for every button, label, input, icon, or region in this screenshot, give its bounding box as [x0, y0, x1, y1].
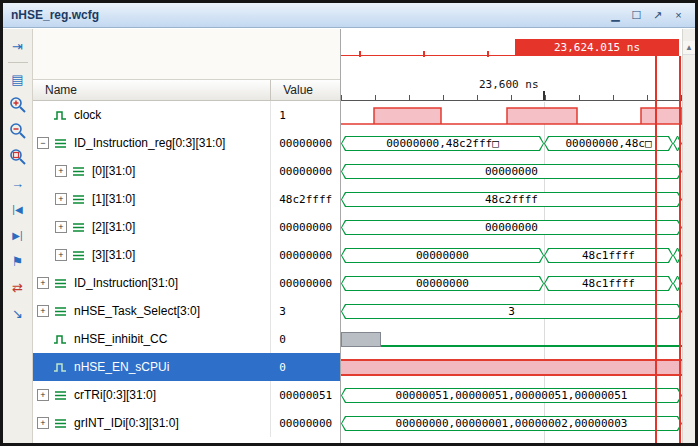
waveform-panel[interactable]: 23,624.015 ns 23,600 ns 00000000,48c2fff…: [341, 29, 695, 443]
unknown-state-block: [341, 332, 381, 347]
signal-name-cell[interactable]: nHSE_EN_sCPUi: [33, 353, 270, 381]
signal-name: nHSE_EN_sCPUi: [74, 360, 169, 374]
signal-name: ID_Instruction_reg[0:3][31:0]: [74, 136, 225, 150]
signal-name-cell[interactable]: − ID_Instruction_reg[0:3][31:0]: [33, 129, 270, 157]
clock-waveform: [341, 102, 682, 130]
expand-toggle-icon[interactable]: +: [37, 417, 49, 429]
wave-config-window: nHSE_reg.wcfg ▁ ☐ ↗ × ⇥ ▤ → |◀ ▶| ⚑: [0, 0, 698, 446]
wave-bus: 00000000,48c2fff□ 00000000,48c□: [341, 130, 682, 158]
vertical-scrollbar[interactable]: ▲: [682, 29, 695, 443]
waveform-rows[interactable]: 00000000,48c2fff□ 00000000,48c□ 00000000…: [341, 102, 682, 443]
maximize-button[interactable]: ☐: [628, 7, 645, 23]
signal-row[interactable]: nHSE_inhibit_CC 0: [33, 325, 340, 353]
bus-signal-icon: [71, 165, 87, 178]
expand-toggle-icon[interactable]: +: [37, 305, 49, 317]
signal-name: [2][31:0]: [92, 220, 135, 234]
goto-time-icon[interactable]: →: [6, 171, 30, 195]
signal-row[interactable]: + [1][31:0] 48c2ffff: [33, 185, 340, 213]
expand-toggle-icon[interactable]: +: [37, 389, 49, 401]
zoom-fit-icon[interactable]: [6, 145, 30, 169]
signal-name-cell[interactable]: + grINT_IDi[0:3][31:0]: [33, 409, 270, 437]
bus-signal-icon: [71, 221, 87, 234]
signal-row[interactable]: + [2][31:0] 00000000: [33, 213, 340, 241]
signal-row[interactable]: clock 1: [33, 101, 340, 129]
zoom-in-icon[interactable]: [6, 93, 30, 117]
next-transition-icon[interactable]: ▶|: [6, 223, 30, 247]
bus-signal-icon: [53, 277, 69, 290]
ruler-major-tick: [543, 91, 545, 100]
signal-name: nHSE_inhibit_CC: [74, 332, 167, 346]
float-button[interactable]: ↗: [649, 7, 666, 23]
wave-bus: 00000051,00000051,00000051,00000051: [341, 382, 682, 410]
signal-name-cell[interactable]: + [0][31:0]: [33, 157, 270, 185]
signal-row[interactable]: − ID_Instruction_reg[0:3][31:0] 00000000: [33, 129, 340, 157]
bus-segment: 48c2ffff: [341, 192, 682, 207]
bus-segment: 00000000: [341, 248, 544, 263]
signal-name-cell[interactable]: clock: [33, 101, 270, 129]
expand-toggle-icon[interactable]: +: [55, 165, 67, 177]
add-marker-icon[interactable]: ⚑: [6, 249, 30, 273]
cursor-ruler-tick: [423, 51, 425, 57]
bus-signal-icon: [71, 249, 87, 262]
signal-name-cell[interactable]: + crTRi[0:3][31:0]: [33, 381, 270, 409]
signal-name-cell[interactable]: + [3][31:0]: [33, 241, 270, 269]
toolbar-separator: [8, 62, 28, 63]
signal-value: 00000051: [270, 381, 340, 409]
dock-icon[interactable]: ⇥: [6, 34, 30, 58]
signal-row[interactable]: + nHSE_Task_Select[3:0] 3: [33, 297, 340, 325]
signal-row-selected[interactable]: nHSE_EN_sCPUi 0: [33, 353, 340, 381]
signal-name-cell[interactable]: + nHSE_Task_Select[3:0]: [33, 297, 270, 325]
expand-toggle-icon[interactable]: +: [37, 277, 49, 289]
cursor-ruler-tick: [487, 51, 489, 57]
scroll-up-arrow-icon[interactable]: ▲: [683, 41, 695, 55]
minimize-button[interactable]: ▁: [607, 7, 624, 23]
wave-clock: [341, 102, 682, 130]
bus-segment: 00000000,48c□: [544, 136, 673, 151]
signal-name-cell[interactable]: + [2][31:0]: [33, 213, 270, 241]
signal-value: 00000000: [270, 241, 340, 269]
signal-value: 48c2ffff: [270, 185, 340, 213]
signal-row[interactable]: + ID_Instruction[31:0] 00000000: [33, 269, 340, 297]
titlebar[interactable]: nHSE_reg.wcfg ▁ ☐ ↗ ×: [3, 3, 695, 28]
value-column-header[interactable]: Value: [270, 80, 340, 100]
signal-name: grINT_IDi[0:3][31:0]: [74, 416, 179, 430]
main-area: ⇥ ▤ → |◀ ▶| ⚑ ⇄ ↘ Name Value: [3, 29, 695, 443]
name-column-header[interactable]: Name: [33, 83, 270, 97]
signal-row[interactable]: + [3][31:0] 00000000: [33, 241, 340, 269]
signal-name: clock: [74, 108, 101, 122]
wave-bus: 00000000 48c1ffff: [341, 270, 682, 298]
report-icon[interactable]: ▤: [6, 67, 30, 91]
signal-row[interactable]: + grINT_IDi[0:3][31:0] 00000000: [33, 409, 340, 437]
signal-value: 00000000: [270, 157, 340, 185]
goto-end-icon[interactable]: ↘: [6, 301, 30, 325]
expand-toggle-icon[interactable]: +: [55, 249, 67, 261]
time-cursor-line[interactable]: [655, 56, 657, 443]
signal-name-cell[interactable]: + ID_Instruction[31:0]: [33, 269, 270, 297]
bus-signal-icon: [53, 305, 69, 318]
wave-bus: 00000000,00000001,00000002,00000003: [341, 410, 682, 438]
signal-value: 00000000: [270, 269, 340, 297]
close-button[interactable]: ×: [670, 7, 687, 23]
expand-toggle-icon[interactable]: +: [55, 221, 67, 233]
swap-cursors-icon[interactable]: ⇄: [6, 275, 30, 299]
prev-transition-icon[interactable]: |◀: [6, 197, 30, 221]
secondary-cursor-line[interactable]: [679, 56, 681, 443]
signal-name-cell[interactable]: + [1][31:0]: [33, 185, 270, 213]
expand-toggle-icon[interactable]: +: [55, 193, 67, 205]
collapse-toggle-icon[interactable]: −: [37, 137, 49, 149]
signal-row[interactable]: + [0][31:0] 00000000: [33, 157, 340, 185]
window-title: nHSE_reg.wcfg: [11, 8, 99, 22]
scalar-signal-icon: [53, 333, 69, 346]
signal-name: nHSE_Task_Select[3:0]: [74, 304, 200, 318]
bus-segment: 00000000: [341, 276, 544, 291]
waveform-ruler[interactable]: 23,624.015 ns 23,600 ns: [341, 29, 682, 101]
signal-name-cell[interactable]: nHSE_inhibit_CC: [33, 325, 270, 353]
ruler-minor-ticks: [341, 95, 682, 100]
cursor-ruler-tick: [359, 51, 361, 57]
scalar-signal-icon: [53, 361, 69, 374]
zoom-out-icon[interactable]: [6, 119, 30, 143]
signal-row[interactable]: + crTRi[0:3][31:0] 00000051: [33, 381, 340, 409]
bus-segment: 48c1ffff: [544, 248, 673, 263]
bus-segment: 00000000,48c2fff□: [341, 136, 544, 151]
bus-segment: 00000000,00000001,00000002,00000003: [341, 416, 682, 431]
